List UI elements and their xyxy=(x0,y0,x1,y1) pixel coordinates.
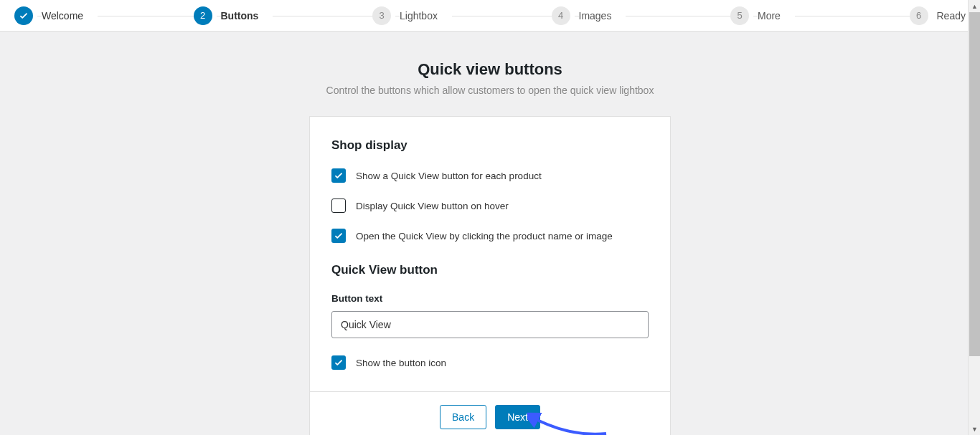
step-lightbox[interactable]: 3 Lightbox xyxy=(372,6,552,25)
checkbox-show-button[interactable]: Show a Quick View button for each produc… xyxy=(331,168,649,183)
checkbox-input[interactable] xyxy=(331,229,346,243)
checkbox-label: Open the Quick View by clicking the prod… xyxy=(356,231,613,242)
checkbox-open-click[interactable]: Open the Quick View by clicking the prod… xyxy=(331,229,649,243)
step-number: 3 xyxy=(372,6,391,25)
step-ready[interactable]: 6 Ready xyxy=(910,6,966,25)
step-label: Images xyxy=(579,10,626,21)
checkbox-show-icon[interactable]: Show the button icon xyxy=(331,355,649,370)
checkbox-label: Show a Quick View button for each produc… xyxy=(356,171,542,181)
step-number: 2 xyxy=(194,6,212,25)
checkbox-input[interactable] xyxy=(331,199,346,213)
step-welcome[interactable]: Welcome xyxy=(14,6,194,25)
page-title: Quick view buttons xyxy=(418,60,562,79)
checkbox-input[interactable] xyxy=(331,355,346,370)
step-number: 5 xyxy=(730,6,749,25)
step-number: 6 xyxy=(910,6,928,25)
step-images[interactable]: 4 Images xyxy=(552,6,731,25)
quick-view-heading: Quick View button xyxy=(331,263,649,277)
main-content: Quick view buttons Control the buttons w… xyxy=(0,32,980,435)
checkbox-input[interactable] xyxy=(331,168,346,183)
wizard-stepper: Welcome 2 Buttons 3 Lightbox 4 Images 5 … xyxy=(0,0,980,32)
step-buttons[interactable]: 2 Buttons xyxy=(194,6,373,25)
step-label: Ready xyxy=(937,10,966,21)
vertical-scrollbar[interactable]: ▲ ▼ xyxy=(968,0,980,435)
card-body: Shop display Show a Quick View button fo… xyxy=(310,117,670,391)
step-more[interactable]: 5 More xyxy=(730,6,910,25)
check-icon xyxy=(14,6,33,25)
step-label: Welcome xyxy=(42,10,98,21)
next-button[interactable]: Next xyxy=(495,405,540,429)
checkbox-label: Show the button icon xyxy=(356,358,446,368)
scroll-down-icon[interactable]: ▼ xyxy=(969,423,980,435)
step-number: 4 xyxy=(552,6,570,25)
step-label: More xyxy=(758,10,795,21)
step-label: Lightbox xyxy=(400,10,452,21)
card-footer: Back Next xyxy=(310,391,670,435)
page-subtitle: Control the buttons which allow customer… xyxy=(326,85,654,96)
settings-card: Shop display Show a Quick View button fo… xyxy=(309,116,671,435)
button-text-input[interactable] xyxy=(331,311,649,338)
button-text-label: Button text xyxy=(331,293,649,304)
checkbox-hover[interactable]: Display Quick View button on hover xyxy=(331,199,649,213)
shop-display-heading: Shop display xyxy=(331,138,649,153)
checkbox-label: Display Quick View button on hover xyxy=(356,201,509,211)
back-button[interactable]: Back xyxy=(440,405,486,429)
step-label: Buttons xyxy=(221,10,273,21)
scroll-up-icon[interactable]: ▲ xyxy=(969,0,980,12)
scrollbar-thumb[interactable] xyxy=(969,12,980,356)
